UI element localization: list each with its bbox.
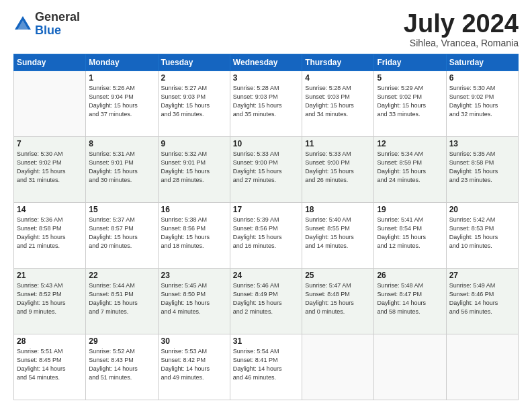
table-row bbox=[14, 71, 86, 137]
day-number: 26 bbox=[377, 271, 443, 280]
location: Sihlea, Vrancea, Romania bbox=[404, 38, 519, 48]
table-row: 15Sunrise: 5:37 AM Sunset: 8:57 PM Dayli… bbox=[86, 203, 158, 269]
day-info: Sunrise: 5:34 AM Sunset: 8:59 PM Dayligh… bbox=[377, 150, 443, 185]
day-number: 31 bbox=[233, 336, 299, 346]
logo-text: General Blue bbox=[35, 11, 80, 38]
table-row: 12Sunrise: 5:34 AM Sunset: 8:59 PM Dayli… bbox=[374, 137, 446, 203]
table-row bbox=[446, 334, 518, 400]
day-info: Sunrise: 5:33 AM Sunset: 9:00 PM Dayligh… bbox=[233, 150, 299, 185]
table-row: 5Sunrise: 5:29 AM Sunset: 9:02 PM Daylig… bbox=[374, 71, 446, 137]
day-number: 17 bbox=[233, 205, 299, 214]
logo-blue: Blue bbox=[35, 24, 61, 37]
day-info: Sunrise: 5:54 AM Sunset: 8:41 PM Dayligh… bbox=[233, 347, 299, 382]
calendar-header-row: Sunday Monday Tuesday Wednesday Thursday… bbox=[14, 54, 519, 71]
table-row: 27Sunrise: 5:49 AM Sunset: 8:46 PM Dayli… bbox=[446, 269, 518, 334]
day-number: 16 bbox=[161, 205, 227, 214]
day-number: 11 bbox=[305, 139, 371, 148]
header: General Blue July 2024 Sihlea, Vrancea, … bbox=[13, 11, 519, 48]
day-number: 22 bbox=[89, 271, 154, 280]
day-info: Sunrise: 5:38 AM Sunset: 8:56 PM Dayligh… bbox=[161, 216, 227, 250]
day-info: Sunrise: 5:35 AM Sunset: 8:58 PM Dayligh… bbox=[449, 150, 515, 185]
table-row: 24Sunrise: 5:46 AM Sunset: 8:49 PM Dayli… bbox=[230, 269, 302, 334]
day-number: 25 bbox=[305, 271, 371, 280]
col-saturday: Saturday bbox=[446, 54, 518, 71]
table-row: 10Sunrise: 5:33 AM Sunset: 9:00 PM Dayli… bbox=[230, 137, 302, 203]
calendar-week-row: 7Sunrise: 5:30 AM Sunset: 9:02 PM Daylig… bbox=[14, 137, 519, 203]
day-number: 20 bbox=[449, 205, 515, 214]
day-info: Sunrise: 5:45 AM Sunset: 8:50 PM Dayligh… bbox=[161, 281, 227, 316]
logo-icon bbox=[13, 15, 32, 34]
table-row: 13Sunrise: 5:35 AM Sunset: 8:58 PM Dayli… bbox=[446, 137, 518, 203]
day-info: Sunrise: 5:39 AM Sunset: 8:56 PM Dayligh… bbox=[233, 216, 299, 250]
table-row: 21Sunrise: 5:43 AM Sunset: 8:52 PM Dayli… bbox=[14, 269, 86, 334]
day-info: Sunrise: 5:47 AM Sunset: 8:48 PM Dayligh… bbox=[305, 281, 371, 316]
table-row: 14Sunrise: 5:36 AM Sunset: 8:58 PM Dayli… bbox=[14, 203, 86, 269]
table-row: 19Sunrise: 5:41 AM Sunset: 8:54 PM Dayli… bbox=[374, 203, 446, 269]
day-number: 13 bbox=[449, 139, 515, 148]
col-sunday: Sunday bbox=[14, 54, 86, 71]
table-row: 23Sunrise: 5:45 AM Sunset: 8:50 PM Dayli… bbox=[158, 269, 230, 334]
day-number: 12 bbox=[377, 139, 443, 148]
day-number: 27 bbox=[449, 271, 515, 280]
day-number: 23 bbox=[161, 271, 227, 280]
table-row: 16Sunrise: 5:38 AM Sunset: 8:56 PM Dayli… bbox=[158, 203, 230, 269]
table-row: 17Sunrise: 5:39 AM Sunset: 8:56 PM Dayli… bbox=[230, 203, 302, 269]
logo-general: General bbox=[35, 10, 80, 24]
table-row: 28Sunrise: 5:51 AM Sunset: 8:45 PM Dayli… bbox=[14, 334, 86, 400]
day-number: 18 bbox=[305, 205, 371, 214]
day-info: Sunrise: 5:33 AM Sunset: 9:00 PM Dayligh… bbox=[305, 150, 371, 185]
title-block: July 2024 Sihlea, Vrancea, Romania bbox=[404, 11, 519, 48]
table-row: 7Sunrise: 5:30 AM Sunset: 9:02 PM Daylig… bbox=[14, 137, 86, 203]
day-number: 6 bbox=[449, 73, 515, 83]
day-info: Sunrise: 5:51 AM Sunset: 8:45 PM Dayligh… bbox=[17, 347, 83, 382]
day-number: 5 bbox=[377, 73, 443, 83]
table-row: 6Sunrise: 5:30 AM Sunset: 9:02 PM Daylig… bbox=[446, 71, 518, 137]
day-number: 3 bbox=[233, 73, 299, 83]
page: General Blue July 2024 Sihlea, Vrancea, … bbox=[0, 0, 532, 411]
table-row: 8Sunrise: 5:31 AM Sunset: 9:01 PM Daylig… bbox=[86, 137, 158, 203]
day-number: 10 bbox=[233, 139, 299, 148]
calendar-week-row: 28Sunrise: 5:51 AM Sunset: 8:45 PM Dayli… bbox=[14, 334, 519, 400]
table-row: 26Sunrise: 5:48 AM Sunset: 8:47 PM Dayli… bbox=[374, 269, 446, 334]
day-info: Sunrise: 5:26 AM Sunset: 9:04 PM Dayligh… bbox=[89, 84, 154, 119]
day-info: Sunrise: 5:36 AM Sunset: 8:58 PM Dayligh… bbox=[17, 216, 83, 250]
day-info: Sunrise: 5:52 AM Sunset: 8:43 PM Dayligh… bbox=[89, 347, 154, 382]
table-row: 3Sunrise: 5:28 AM Sunset: 9:03 PM Daylig… bbox=[230, 71, 302, 137]
day-info: Sunrise: 5:53 AM Sunset: 8:42 PM Dayligh… bbox=[161, 347, 227, 382]
table-row: 22Sunrise: 5:44 AM Sunset: 8:51 PM Dayli… bbox=[86, 269, 158, 334]
table-row: 29Sunrise: 5:52 AM Sunset: 8:43 PM Dayli… bbox=[86, 334, 158, 400]
day-info: Sunrise: 5:48 AM Sunset: 8:47 PM Dayligh… bbox=[377, 281, 443, 316]
day-info: Sunrise: 5:42 AM Sunset: 8:53 PM Dayligh… bbox=[449, 216, 515, 250]
day-info: Sunrise: 5:28 AM Sunset: 9:03 PM Dayligh… bbox=[305, 84, 371, 119]
table-row: 20Sunrise: 5:42 AM Sunset: 8:53 PM Dayli… bbox=[446, 203, 518, 269]
day-info: Sunrise: 5:43 AM Sunset: 8:52 PM Dayligh… bbox=[17, 281, 83, 316]
day-info: Sunrise: 5:37 AM Sunset: 8:57 PM Dayligh… bbox=[89, 216, 154, 250]
day-info: Sunrise: 5:46 AM Sunset: 8:49 PM Dayligh… bbox=[233, 281, 299, 316]
month-year: July 2024 bbox=[404, 11, 519, 36]
table-row: 18Sunrise: 5:40 AM Sunset: 8:55 PM Dayli… bbox=[302, 203, 374, 269]
day-number: 21 bbox=[17, 271, 83, 280]
day-info: Sunrise: 5:32 AM Sunset: 9:01 PM Dayligh… bbox=[161, 150, 227, 185]
day-info: Sunrise: 5:27 AM Sunset: 9:03 PM Dayligh… bbox=[161, 84, 227, 119]
calendar-week-row: 21Sunrise: 5:43 AM Sunset: 8:52 PM Dayli… bbox=[14, 269, 519, 334]
day-info: Sunrise: 5:29 AM Sunset: 9:02 PM Dayligh… bbox=[377, 84, 443, 119]
day-info: Sunrise: 5:44 AM Sunset: 8:51 PM Dayligh… bbox=[89, 281, 154, 316]
day-number: 29 bbox=[89, 336, 154, 346]
table-row: 11Sunrise: 5:33 AM Sunset: 9:00 PM Dayli… bbox=[302, 137, 374, 203]
calendar-week-row: 1Sunrise: 5:26 AM Sunset: 9:04 PM Daylig… bbox=[14, 71, 519, 137]
col-tuesday: Tuesday bbox=[158, 54, 230, 71]
day-number: 30 bbox=[161, 336, 227, 346]
day-number: 24 bbox=[233, 271, 299, 280]
day-info: Sunrise: 5:30 AM Sunset: 9:02 PM Dayligh… bbox=[17, 150, 83, 185]
day-number: 28 bbox=[17, 336, 83, 346]
table-row: 9Sunrise: 5:32 AM Sunset: 9:01 PM Daylig… bbox=[158, 137, 230, 203]
day-number: 19 bbox=[377, 205, 443, 214]
table-row bbox=[374, 334, 446, 400]
day-info: Sunrise: 5:49 AM Sunset: 8:46 PM Dayligh… bbox=[449, 281, 515, 316]
day-number: 9 bbox=[161, 139, 227, 148]
table-row: 2Sunrise: 5:27 AM Sunset: 9:03 PM Daylig… bbox=[158, 71, 230, 137]
logo: General Blue bbox=[13, 11, 80, 38]
table-row bbox=[302, 334, 374, 400]
table-row: 30Sunrise: 5:53 AM Sunset: 8:42 PM Dayli… bbox=[158, 334, 230, 400]
table-row: 1Sunrise: 5:26 AM Sunset: 9:04 PM Daylig… bbox=[86, 71, 158, 137]
